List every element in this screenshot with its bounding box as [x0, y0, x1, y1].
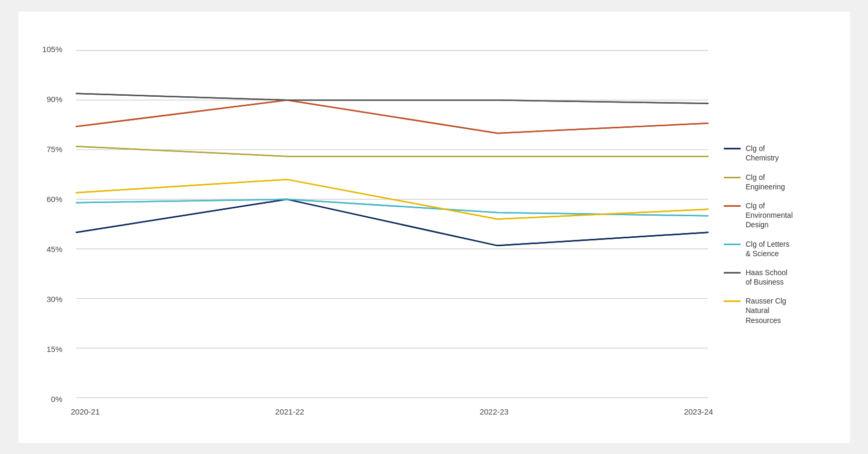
x-axis: 2020-212021-222022-232023-24	[71, 403, 713, 424]
y-label: 0%	[39, 395, 67, 403]
legend-line-color	[724, 148, 741, 149]
legend-item: Clg ofChemistry	[724, 144, 829, 163]
chart-body: 0%15%30%45%60%75%90%105% 2020-212021-222…	[39, 45, 829, 424]
y-label: 60%	[39, 195, 67, 203]
y-axis: 0%15%30%45%60%75%90%105%	[39, 45, 67, 403]
legend-item: Haas Schoolof Business	[724, 268, 829, 287]
x-label: 2020-21	[71, 403, 100, 424]
y-label: 15%	[39, 345, 67, 353]
legend-label-text: Clg ofChemistry	[746, 144, 779, 163]
legend: Clg ofChemistryClg ofEngineeringClg ofEn…	[713, 45, 829, 424]
y-label: 90%	[39, 95, 67, 103]
chart-svg	[71, 45, 713, 403]
chart-container: 0%15%30%45%60%75%90%105% 2020-212021-222…	[18, 12, 850, 443]
x-label: 2021-22	[275, 403, 304, 424]
legend-item: Clg ofEngineering	[724, 173, 829, 191]
legend-label-text: Clg ofEngineering	[746, 173, 785, 191]
legend-item: Clg of Letters& Science	[724, 239, 829, 258]
legend-line-color	[724, 272, 741, 274]
legend-label-text: Haas Schoolof Business	[746, 268, 787, 287]
y-label: 75%	[39, 145, 67, 153]
y-label: 45%	[39, 245, 67, 253]
x-label: 2022-23	[480, 403, 508, 424]
y-label: 105%	[39, 45, 67, 53]
legend-item: Rausser ClgNaturalResources	[724, 296, 829, 325]
legend-line-color	[724, 177, 741, 178]
legend-line-color	[724, 205, 741, 207]
plot-area	[71, 45, 713, 403]
legend-line-color	[724, 300, 741, 302]
legend-label-text: Rausser ClgNaturalResources	[746, 296, 786, 325]
chart-area: 0%15%30%45%60%75%90%105% 2020-212021-222…	[39, 45, 713, 424]
legend-label-text: Clg ofEnvironmentalDesign	[746, 201, 793, 230]
legend-line-color	[724, 244, 741, 245]
y-label: 30%	[39, 295, 67, 303]
legend-item: Clg ofEnvironmentalDesign	[724, 201, 829, 230]
legend-label-text: Clg of Letters& Science	[746, 239, 790, 258]
x-label: 2023-24	[684, 403, 713, 424]
